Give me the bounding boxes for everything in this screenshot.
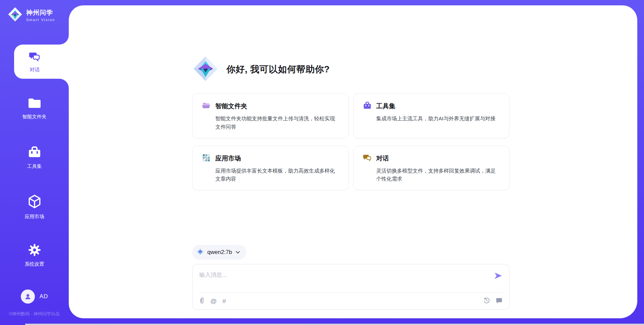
chat-square-icon [496,297,502,305]
card-description: 集成市场上主流工具，助力AI与外界无缝扩展与对接 [376,115,500,123]
conversation-button[interactable] [496,297,502,305]
brand-subtitle: Smart Vision [26,18,55,22]
message-composer: @ # [192,264,509,310]
user-initials: AD [40,293,48,300]
card-chat[interactable]: 对话 灵活切换多模型文件，支持多样回复效果调试，满足个性化需求 [353,146,510,191]
at-icon: @ [210,298,217,304]
cube-icon [28,194,42,210]
avatar [21,289,35,304]
paperclip-icon [199,297,205,305]
history-button[interactable] [483,297,490,305]
card-head: 工具集 [363,101,500,111]
sidebar: 神州问学 Smart Vision 对话 智能文件夹 [0,0,69,325]
card-description: 灵活切换多模型文件，支持多样回复效果调试，满足个性化需求 [376,167,500,184]
card-description: 智能文件夹功能支持批量文件上传与清洗，轻松实现文件问答 [215,115,339,131]
greeting-title: 你好, 我可以如何帮助你? [226,63,330,75]
history-icon [483,297,490,305]
send-button[interactable] [494,272,502,281]
sidebar-item-label: 对话 [30,67,40,73]
mention-button[interactable]: @ [210,298,217,304]
app-window: 神州问学 Smart Vision 对话 智能文件夹 [0,0,644,325]
card-head: 智能文件夹 [202,101,339,111]
card-title: 工具集 [376,102,395,111]
chat-icon [363,153,372,164]
toolbox-icon [363,101,372,111]
gear-icon [28,243,41,258]
chevron-down-icon [235,249,240,255]
horizontal-scrollbar[interactable] [25,324,644,325]
tab-curve-bottom [59,79,69,88]
sidebar-item-app-market[interactable]: 应用市场 [0,194,69,220]
attach-file-button[interactable] [199,297,205,305]
sidebar-item-label: 工具集 [27,163,42,170]
card-head: 应用市场 [202,153,339,164]
folder-icon [27,96,42,111]
user-profile[interactable]: AD [0,289,69,304]
sidebar-item-label: 应用市场 [25,213,44,220]
card-head: 对话 [363,153,500,164]
composer-input-row [199,269,502,292]
greeting-row: 你好, 我可以如何帮助你? [192,55,509,83]
folder-open-icon [202,101,211,111]
feature-cards: 智能文件夹 智能文件夹功能支持批量文件上传与清洗，轻松实现文件问答 [192,93,509,190]
brand-logo: 神州问学 Smart Vision [7,7,55,23]
card-app-market[interactable]: 应用市场 应用市场提供丰富长文本模板，助力高效生成多样化文章内容 [192,146,349,191]
chat-icon [29,51,41,64]
copyright-text: ©神州数码 · 神州问学出品 [0,311,69,317]
sidebar-item-toolset[interactable]: 工具集 [0,145,69,170]
model-name: qwen2:7b [207,249,232,256]
brand-name: 神州问学 [26,8,55,17]
sidebar-item-settings[interactable]: 系统设置 [0,243,69,267]
main-surface: 你好, 我可以如何帮助你? 智能文件夹 智能文件夹功能支持批量文件上传与清洗，轻… [69,5,637,318]
hash-icon: # [222,298,226,304]
toolbox-icon [28,145,42,160]
main-content: 你好, 我可以如何帮助你? 智能文件夹 智能文件夹功能支持批量文件上传与清洗，轻… [192,5,509,310]
grid-icon [202,153,211,164]
card-title: 对话 [376,154,389,163]
sidebar-item-label: 智能文件夹 [22,114,47,120]
sidebar-item-label: 系统设置 [25,261,44,267]
card-title: 智能文件夹 [215,102,247,111]
card-toolset[interactable]: 工具集 集成市场上主流工具，助力AI与外界无缝扩展与对接 [353,93,510,138]
model-selector[interactable]: qwen2:7b [192,245,246,260]
card-smart-folder[interactable]: 智能文件夹 智能文件夹功能支持批量文件上传与清洗，轻松实现文件问答 [192,93,349,138]
brand-text: 神州问学 Smart Vision [26,8,55,22]
tab-curve-top [59,35,69,45]
topic-button[interactable]: # [222,298,226,304]
sidebar-item-chat[interactable]: 对话 [14,45,69,79]
model-diamond-icon [197,248,204,257]
card-title: 应用市场 [215,154,241,163]
card-description: 应用市场提供丰富长文本模板，助力高效生成多样化文章内容 [215,167,339,184]
composer-toolbar: @ # [199,292,502,305]
message-input[interactable] [199,269,494,288]
sidebar-item-smart-folder[interactable]: 智能文件夹 [0,96,69,120]
brand-diamond-icon [7,7,23,23]
assistant-logo-icon [192,55,219,83]
